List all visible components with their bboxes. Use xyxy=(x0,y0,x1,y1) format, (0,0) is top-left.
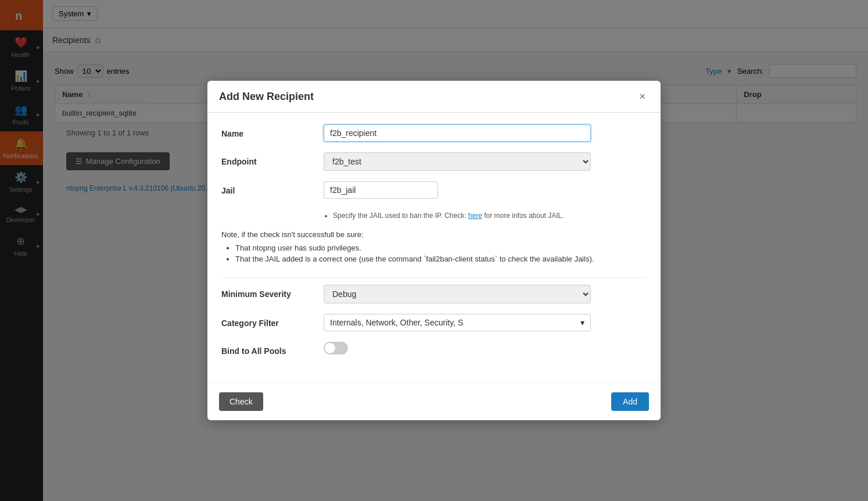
name-label: Name xyxy=(221,124,314,138)
jail-hint-rest: for more infos about JAIL. xyxy=(484,212,564,220)
category-form-group: Category Filter Internals, Network, Othe… xyxy=(221,314,647,331)
name-form-group: Name xyxy=(221,124,647,142)
bind-pools-form-group: Bind to All Pools xyxy=(221,342,647,356)
bind-pools-label: Bind to All Pools xyxy=(221,342,314,356)
jail-hint-text: Specify the JAIL used to ban the IP. Che… xyxy=(333,212,466,220)
modal-body: Name Endpoint f2b_test Jail xyxy=(207,113,661,378)
severity-select[interactable]: Debug Info Warning Error xyxy=(324,285,591,303)
divider xyxy=(221,277,647,278)
endpoint-form-group: Endpoint f2b_test xyxy=(221,152,647,171)
bind-pools-toggle[interactable] xyxy=(324,342,348,355)
jail-form-group: Jail Specify the JAIL used to ban the IP… xyxy=(221,181,647,220)
add-recipient-modal: Add New Recipient × Name Endpoint f2b_te… xyxy=(207,81,661,420)
severity-form-group: Minimum Severity Debug Info Warning Erro… xyxy=(221,285,647,303)
endpoint-label: Endpoint xyxy=(221,152,314,166)
modal-overlay: Add New Recipient × Name Endpoint f2b_te… xyxy=(0,0,868,501)
modal-header: Add New Recipient × xyxy=(207,81,661,113)
check-button[interactable]: Check xyxy=(219,392,263,411)
jail-hint-link[interactable]: here xyxy=(468,212,482,220)
severity-label: Minimum Severity xyxy=(221,285,314,299)
jail-hint: Specify the JAIL used to ban the IP. Che… xyxy=(221,212,564,220)
modal-footer: Check Add xyxy=(207,382,661,420)
modal-close-button[interactable]: × xyxy=(636,90,649,103)
name-input[interactable] xyxy=(324,124,591,142)
jail-input[interactable] xyxy=(324,181,438,199)
category-dropdown-icon: ▾ xyxy=(580,318,584,327)
modal-title: Add New Recipient xyxy=(219,91,314,103)
add-button[interactable]: Add xyxy=(611,392,649,411)
note-label: Note, if the check isn't successfull be … xyxy=(221,230,364,239)
category-value: Internals, Network, Other, Security, S xyxy=(330,318,463,327)
note-item-2: That the JAIL added is a correct one (us… xyxy=(235,255,647,263)
category-filter-input[interactable]: Internals, Network, Other, Security, S ▾ xyxy=(324,314,591,331)
endpoint-select[interactable]: f2b_test xyxy=(324,152,591,171)
jail-label: Jail xyxy=(221,181,314,195)
note-item-1: That ntopng user has sudo privileges. xyxy=(235,244,647,252)
jail-input-group: Jail xyxy=(221,181,438,199)
note-section: Note, if the check isn't successfull be … xyxy=(221,230,647,268)
category-label: Category Filter xyxy=(221,314,314,328)
